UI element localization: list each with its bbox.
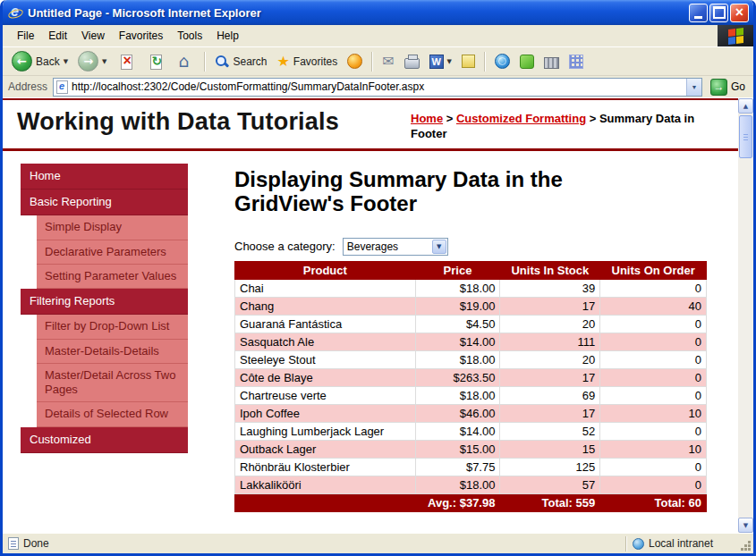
menu-edit[interactable]: Edit: [41, 27, 74, 45]
quick-links-button[interactable]: [565, 54, 587, 70]
grid-footer-row: Avg.: $37.98Total: 559Total: 60: [235, 493, 707, 511]
windows-logo-throbber: [718, 25, 753, 46]
scroll-thumb[interactable]: [739, 115, 752, 158]
document-status-icon: [8, 537, 19, 550]
sidebar-item[interactable]: Master-Details-Details: [37, 340, 188, 364]
grid-body: Chai$18.00390Chang$19.001740Guaraná Fant…: [235, 279, 707, 493]
messenger-icon: [520, 55, 534, 69]
grid-cell: 125: [500, 458, 600, 476]
toolbar-separator: [484, 52, 486, 72]
sidebar-item[interactable]: Declarative Parameters: [37, 240, 188, 265]
page-favicon: [56, 80, 68, 94]
favorites-button[interactable]: Favorites: [274, 52, 342, 71]
sidebar-item[interactable]: Filter by Drop-Down List: [37, 315, 188, 339]
maximize-button[interactable]: [709, 4, 728, 22]
refresh-button[interactable]: [142, 51, 169, 72]
grid-row: Steeleye Stout$18.00200: [235, 350, 707, 368]
status-bar: Done Local intranet: [3, 533, 753, 553]
grid-cell: 0: [600, 333, 707, 350]
scroll-track[interactable]: [738, 114, 753, 518]
grid-header-cell: Price: [415, 261, 500, 279]
sidebar-item[interactable]: Customized: [21, 427, 188, 453]
grid-cell: Rhönbräu Klosterbier: [235, 458, 416, 476]
grid-header-cell: Units In Stock: [500, 261, 600, 279]
breadcrumb-link[interactable]: Home: [411, 112, 443, 125]
sidebar-item[interactable]: Basic Reporting: [21, 190, 188, 215]
scroll-up-icon[interactable]: [738, 98, 753, 114]
menu-help[interactable]: Help: [209, 27, 246, 45]
breadcrumb: Home > Customized Formatting > Summary D…: [411, 108, 726, 142]
grid-cell: Guaraná Fantástica: [235, 315, 416, 333]
resize-grip[interactable]: [739, 534, 753, 553]
grid-cell: 0: [600, 476, 707, 493]
mail-button[interactable]: [378, 52, 397, 71]
breadcrumb-separator: >: [586, 112, 599, 125]
grid-footer-cell: Total: 60: [600, 493, 707, 511]
home-button[interactable]: [172, 51, 199, 72]
grid-row: Côte de Blaye$263.50170: [235, 368, 707, 386]
address-bar: Address Go: [3, 76, 753, 98]
window-controls: [689, 4, 749, 22]
grid-icon: [569, 55, 583, 69]
search-button[interactable]: Search: [211, 54, 270, 70]
grid-cell: 10: [600, 440, 707, 458]
back-icon: [12, 51, 32, 72]
sidebar-item[interactable]: Filtering Reports: [21, 289, 188, 315]
mail-icon: [382, 53, 394, 70]
grid-cell: 17: [500, 368, 600, 386]
grid-cell: 10: [600, 404, 707, 422]
edit-with-word-button[interactable]: [426, 54, 455, 70]
grid-cell: $18.00: [415, 279, 500, 297]
menu-view[interactable]: View: [74, 27, 112, 45]
menu-favorites[interactable]: Favorites: [112, 27, 170, 45]
sidebar-item[interactable]: Setting Parameter Values: [37, 265, 188, 289]
edit-dropdown-icon[interactable]: [447, 58, 452, 65]
vertical-scrollbar[interactable]: [738, 98, 753, 533]
sidebar-item[interactable]: Simple Display: [37, 215, 188, 240]
media-button[interactable]: [344, 53, 366, 70]
go-arrow-icon: [710, 79, 727, 96]
scroll-down-icon[interactable]: [738, 518, 753, 533]
minimize-button[interactable]: [689, 4, 708, 22]
sidebar-item[interactable]: Master/Detail Across Two Pages: [37, 364, 188, 403]
grid-cell: 111: [500, 333, 600, 350]
grid-cell: Ipoh Coffee: [235, 404, 416, 422]
grid-cell: Lakkalikööri: [235, 476, 416, 493]
security-zone-text: Local intranet: [649, 537, 713, 550]
sidebar-item[interactable]: Home: [21, 164, 188, 190]
grid-cell: $15.00: [415, 440, 500, 458]
web-browser-extension-button[interactable]: [491, 53, 514, 70]
messenger-button[interactable]: [516, 54, 538, 70]
grid-cell: $19.00: [415, 297, 500, 315]
close-button[interactable]: [730, 4, 749, 22]
address-input[interactable]: [72, 80, 683, 93]
menu-file[interactable]: File: [10, 27, 41, 45]
back-dropdown-icon[interactable]: [64, 58, 68, 65]
grid-cell: 57: [500, 476, 600, 493]
browser-window: Untitled Page - Microsoft Internet Explo…: [0, 0, 756, 556]
stop-button[interactable]: [113, 51, 140, 72]
go-button[interactable]: Go: [708, 78, 748, 97]
title-bar[interactable]: Untitled Page - Microsoft Internet Explo…: [3, 0, 753, 25]
menu-tools[interactable]: Tools: [170, 27, 209, 45]
sidebar-item[interactable]: Details of Selected Row: [37, 402, 188, 426]
grid-row: Guaraná Fantástica$4.50200: [235, 315, 707, 333]
forward-button[interactable]: [74, 50, 110, 72]
standard-toolbar: Back Search Favorites: [3, 47, 753, 76]
address-dropdown-icon[interactable]: [686, 79, 701, 96]
research-button[interactable]: [540, 54, 563, 70]
status-text: Done: [23, 537, 49, 550]
grid-cell: $7.75: [415, 458, 500, 476]
print-button[interactable]: [401, 54, 423, 70]
browser-viewport: Working with Data Tutorials Home > Custo…: [3, 98, 753, 533]
grid-header-cell: Product: [235, 261, 416, 279]
forward-dropdown-icon[interactable]: [102, 58, 106, 65]
page-title: Displaying Summary Data in the GridView'…: [234, 167, 655, 216]
category-select[interactable]: Beverages: [343, 238, 448, 256]
back-button[interactable]: Back: [8, 50, 72, 72]
grid-cell: 52: [500, 422, 600, 440]
chevron-down-icon[interactable]: [432, 240, 446, 254]
discuss-button[interactable]: [458, 54, 479, 69]
grid-row: Ipoh Coffee$46.001710: [235, 404, 707, 422]
breadcrumb-link[interactable]: Customized Formatting: [456, 112, 586, 125]
